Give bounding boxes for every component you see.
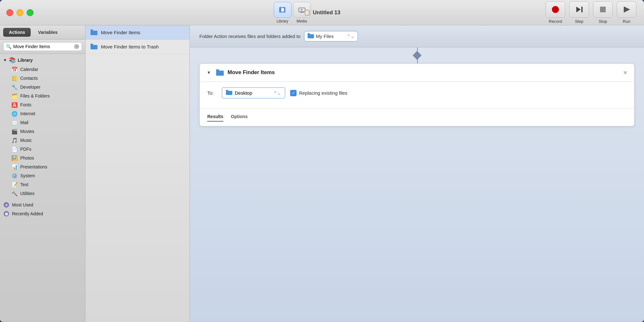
destination-select[interactable]: Desktop ⌃⌄ (222, 87, 285, 98)
svg-rect-2 (281, 8, 284, 12)
svg-text:🕐: 🕐 (5, 212, 9, 216)
action-card: ▼ Move Finder Items ✕ To: (199, 63, 635, 126)
sidebar-item-text[interactable]: 📝 Text (0, 180, 85, 189)
destination-icon (226, 90, 232, 96)
action-card-close-button[interactable]: ✕ (622, 69, 628, 76)
sidebar-item-system[interactable]: ⚙️ System (0, 171, 85, 180)
sidebar-item-mail[interactable]: ✉️ Mail (0, 118, 85, 127)
files-folders-icon: 🗂️ (11, 93, 18, 99)
sidebar-item-utilities[interactable]: 🔨 Utilities (0, 189, 85, 198)
sidebar-item-recently-added[interactable]: 🕐 Recently Added (0, 209, 85, 218)
expand-icon: ▼ (3, 58, 7, 62)
tab-spacer (200, 122, 634, 126)
sidebar-item-fonts[interactable]: 🅰️ Fonts (0, 100, 85, 109)
sidebar-item-movies[interactable]: 🎬 Movies (0, 127, 85, 136)
result-move-finder-items[interactable]: Move Finder Items (85, 25, 190, 40)
sidebar-item-photos[interactable]: 🖼️ Photos (0, 154, 85, 162)
record-button[interactable]: Record (544, 1, 566, 24)
svg-rect-16 (91, 29, 93, 31)
title-center: 📋 Untitled 13 (304, 9, 341, 16)
sidebar-item-label: Utilities (20, 191, 34, 196)
library-section-icon: 📚 (9, 57, 16, 64)
traffic-lights (6, 9, 34, 16)
sidebar-item-label: Fonts (20, 102, 31, 107)
sidebar-item-music[interactable]: 🎵 Music (0, 136, 85, 145)
sidebar-item-contacts[interactable]: 📒 Contacts (0, 74, 85, 83)
minimize-button[interactable] (16, 9, 23, 16)
svg-marker-7 (576, 7, 581, 12)
maximize-button[interactable] (27, 9, 34, 16)
svg-rect-19 (308, 34, 314, 38)
svg-point-6 (552, 6, 559, 13)
title-icon: 📋 (304, 9, 310, 16)
svg-rect-22 (216, 69, 219, 71)
pdfs-icon: 📄 (11, 146, 18, 152)
svg-rect-18 (91, 44, 93, 45)
developer-icon: 🔧 (11, 84, 18, 90)
photos-icon: 🖼️ (11, 155, 18, 161)
sidebar-item-pdfs[interactable]: 📄 PDFs (0, 145, 85, 154)
library-button[interactable]: Library (274, 2, 291, 23)
replacing-checkbox[interactable]: ✓ (290, 90, 297, 96)
main-content: Actions Variables 🔍 ✕ ▼ 📚 Library (0, 25, 644, 322)
collapse-button[interactable]: ▼ (205, 69, 212, 76)
folder-select[interactable]: My Files ⌃⌄ (304, 31, 358, 41)
record-label: Record (549, 19, 562, 24)
svg-marker-10 (624, 6, 630, 13)
library-label: Library (277, 19, 288, 23)
search-input-wrap: 🔍 ✕ (3, 42, 82, 51)
library-tree: ▼ 📚 Library 📅 Calendar 📒 Contacts 🔧 Deve… (0, 54, 85, 322)
svg-rect-21 (216, 71, 224, 76)
calendar-icon: 📅 (11, 66, 18, 73)
checkbox-label: Replacing existing files (299, 90, 347, 96)
stop-icon (593, 1, 613, 18)
media-label: Media (297, 19, 307, 23)
sidebar-item-label: Movies (20, 129, 34, 134)
svg-rect-17 (91, 45, 97, 49)
record-icon (546, 1, 565, 18)
to-field-row: To: Desktop ⌃⌄ ✓ (207, 87, 627, 98)
step-icon (569, 1, 589, 18)
sidebar-item-label: Internet (20, 111, 35, 116)
stop-button[interactable]: Stop (592, 1, 614, 24)
variables-tab[interactable]: Variables (32, 28, 63, 37)
movies-icon: 🎬 (11, 128, 18, 135)
step-button[interactable]: Step (568, 1, 590, 24)
clear-search-button[interactable]: ✕ (74, 44, 79, 49)
result-move-finder-items-to-trash[interactable]: Move Finder Items to Trash (85, 40, 190, 54)
sidebar-item-most-used[interactable]: ★ Most Used (0, 200, 85, 209)
action-card-body: To: Desktop ⌃⌄ ✓ (200, 82, 634, 109)
options-tab[interactable]: Options (231, 112, 248, 122)
sidebar-item-files-folders[interactable]: 🗂️ Files & Folders (0, 92, 85, 100)
actions-tab[interactable]: Actions (3, 28, 31, 37)
sidebar-item-developer[interactable]: 🔧 Developer (0, 83, 85, 92)
middle-panel: Move Finder Items Move Finder Items to T… (85, 25, 190, 322)
mail-icon: ✉️ (11, 119, 18, 126)
results-tab[interactable]: Results (207, 112, 223, 122)
result-item-trash-label: Move Finder Items to Trash (101, 44, 159, 49)
sidebar-item-label: Presentations (20, 164, 47, 169)
sidebar-item-calendar[interactable]: 📅 Calendar (0, 65, 85, 74)
close-button[interactable] (6, 9, 13, 16)
sidebar-item-label: Calendar (20, 67, 38, 72)
sidebar-item-internet[interactable]: 🌐 Internet (0, 109, 85, 118)
action-card-title: Move Finder Items (228, 69, 618, 76)
svg-marker-4 (301, 9, 303, 11)
contacts-icon: 📒 (11, 75, 18, 81)
library-section-header[interactable]: ▼ 📚 Library (0, 55, 85, 65)
to-label: To: (207, 90, 217, 96)
sidebar: Actions Variables 🔍 ✕ ▼ 📚 Library (0, 25, 85, 322)
svg-text:★: ★ (5, 203, 8, 207)
step-label: Step (575, 19, 584, 24)
sidebar-item-presentations[interactable]: 📊 Presentations (0, 162, 85, 171)
run-button[interactable]: Run (616, 1, 638, 24)
search-input[interactable] (13, 44, 72, 49)
sidebar-item-label: Developer (20, 85, 41, 90)
folder-action-text: Folder Action receives files and folders… (199, 34, 300, 39)
action-card-header: ▼ Move Finder Items ✕ (200, 64, 634, 82)
sidebar-item-label: PDFs (20, 147, 31, 152)
action-tabs: Results Options (200, 109, 634, 122)
internet-icon: 🌐 (11, 110, 18, 117)
sidebar-item-label: Contacts (20, 76, 38, 81)
workflow-area: Folder Action receives files and folders… (190, 25, 644, 322)
